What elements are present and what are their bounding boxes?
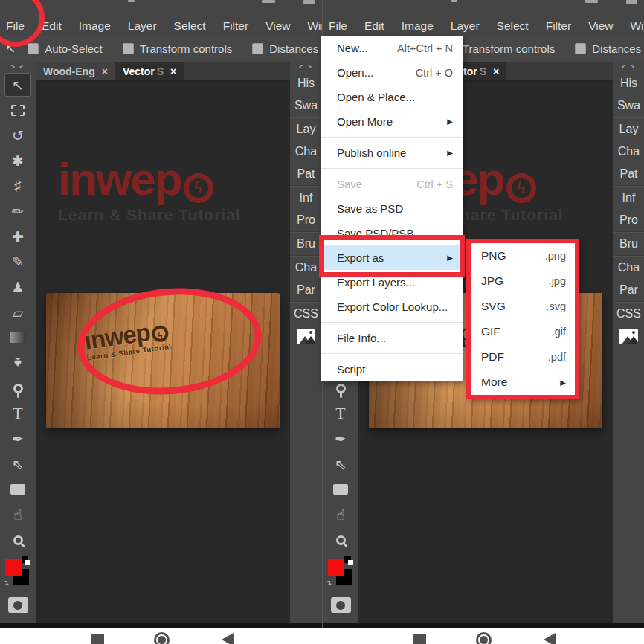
canvas[interactable]: inwepϟ Learn & Share Tutorial inwepϟ Lea… <box>36 82 290 623</box>
distances-checkbox[interactable] <box>252 43 263 54</box>
menu-file[interactable]: File <box>6 19 33 33</box>
panel-paragraph[interactable]: Par <box>297 279 315 301</box>
type-tool[interactable]: T <box>4 402 31 425</box>
healing-tool[interactable]: ✚ <box>4 225 31 248</box>
menu-layer[interactable]: Layer <box>451 19 489 33</box>
menu-edit[interactable]: Edit <box>42 19 71 33</box>
color-swatches[interactable]: ↴ <box>3 556 33 592</box>
home-button[interactable] <box>154 632 170 644</box>
panel-layers[interactable]: Lay <box>619 118 639 141</box>
gradient-tool[interactable] <box>4 326 31 350</box>
panel-swatches[interactable]: Swa <box>294 94 318 117</box>
panel-channels[interactable]: Cha <box>618 141 640 163</box>
submenu-item-svg[interactable]: SVG .svg <box>471 294 575 319</box>
submenu-item-more[interactable]: More ▶ <box>471 370 575 395</box>
close-icon[interactable]: × <box>493 65 499 77</box>
menu-item-open[interactable]: Open... Ctrl + O <box>321 60 463 85</box>
hand-tool[interactable]: ☝ <box>327 503 354 527</box>
distances-option[interactable]: Distances <box>575 42 641 55</box>
shape-tool[interactable] <box>4 477 31 501</box>
close-icon[interactable]: × <box>170 65 176 77</box>
eyedropper-tool[interactable]: ✏ <box>4 199 31 223</box>
image-thumbnail-icon[interactable] <box>619 329 638 344</box>
panel-layers[interactable]: Lay <box>297 118 316 141</box>
close-icon[interactable]: × <box>102 65 108 77</box>
panel-paths[interactable]: Pat <box>619 163 637 185</box>
menu-edit[interactable]: Edit <box>364 19 393 33</box>
default-colors-icon[interactable] <box>25 560 30 565</box>
blur-tool[interactable]: ♠ <box>4 351 31 375</box>
panel-brush[interactable]: Bru <box>619 233 638 255</box>
panel-history[interactable]: His <box>297 72 315 94</box>
menu-select[interactable]: Select <box>497 19 538 33</box>
panel-collapse-button[interactable]: < > <box>622 62 636 72</box>
path-select-tool[interactable]: ⇖ <box>327 452 354 476</box>
transform-controls-option[interactable]: Transform controls <box>123 42 232 55</box>
recents-button[interactable] <box>91 634 104 644</box>
panel-brush[interactable]: Bru <box>297 233 315 255</box>
panel-character[interactable]: Cha <box>295 257 317 279</box>
submenu-item-png[interactable]: PNG .png <box>471 243 575 268</box>
panel-swatches[interactable]: Swa <box>617 94 640 117</box>
back-button[interactable] <box>222 633 234 644</box>
panel-info[interactable]: Inf <box>622 187 636 209</box>
crop-tool[interactable]: ♯ <box>4 174 31 198</box>
tab-vector[interactable]: Vector S × <box>115 62 184 80</box>
zoom-tool[interactable] <box>4 528 31 552</box>
lasso-tool[interactable]: ↺ <box>4 123 31 147</box>
eraser-tool[interactable]: ▱ <box>4 300 31 324</box>
clone-stamp-tool[interactable]: ♟ <box>4 275 31 299</box>
menu-item-open-more[interactable]: Open More ▶ <box>321 109 463 134</box>
panel-info[interactable]: Inf <box>300 187 313 209</box>
type-tool[interactable]: T <box>327 402 354 425</box>
menu-view[interactable]: View <box>588 19 622 33</box>
menu-file[interactable]: File <box>329 19 356 33</box>
auto-select-checkbox[interactable] <box>28 43 39 54</box>
panel-paragraph[interactable]: Par <box>619 279 638 301</box>
image-thumbnail-icon[interactable] <box>297 329 315 344</box>
submenu-item-pdf[interactable]: PDF .pdf <box>471 344 575 370</box>
menu-item-script[interactable]: Script <box>321 357 463 381</box>
panel-collapse-button[interactable]: < > <box>299 62 313 72</box>
foreground-color-swatch[interactable] <box>328 559 344 576</box>
foreground-color-swatch[interactable] <box>5 559 22 576</box>
brush-tool[interactable]: ✎ <box>4 250 31 274</box>
menu-image[interactable]: Image <box>79 19 120 33</box>
toolbar-collapse-button[interactable]: > < <box>10 63 25 71</box>
panel-css[interactable]: CSS <box>616 303 641 325</box>
hand-tool[interactable]: ☝ <box>4 503 31 527</box>
menu-item-export-layers[interactable]: Export Layers... <box>321 270 463 294</box>
panel-history[interactable]: His <box>620 72 637 94</box>
panel-paths[interactable]: Pat <box>297 163 315 185</box>
quick-select-tool[interactable]: ✱ <box>4 149 31 173</box>
dodge-tool[interactable] <box>4 376 31 400</box>
quick-mask-button[interactable] <box>8 597 28 613</box>
menu-select[interactable]: Select <box>174 19 215 33</box>
menu-item-publish-online[interactable]: Publish online ▶ <box>321 141 463 165</box>
menu-window[interactable]: Windo <box>307 19 322 33</box>
menu-image[interactable]: Image <box>402 19 442 33</box>
menu-item-export-color-lookup[interactable]: Export Color Lookup... <box>321 294 463 319</box>
color-swatches[interactable]: ↴ <box>326 556 355 592</box>
move-tool[interactable]: ↖ <box>4 73 31 97</box>
shape-tool[interactable] <box>327 477 354 501</box>
marquee-tool[interactable] <box>4 98 31 122</box>
path-select-tool[interactable]: ⇖ <box>4 452 31 476</box>
panel-channels[interactable]: Cha <box>295 141 317 163</box>
distances-option[interactable]: Distances <box>252 42 318 55</box>
panel-character[interactable]: Cha <box>618 257 640 279</box>
menu-filter[interactable]: Filter <box>546 19 580 33</box>
menu-item-export-as[interactable]: Export as ▶ <box>321 245 463 270</box>
quick-mask-button[interactable] <box>331 597 351 613</box>
menu-item-open-place[interactable]: Open & Place... <box>321 85 463 109</box>
pen-tool[interactable]: ✒ <box>327 427 354 451</box>
menu-view[interactable]: View <box>265 19 299 33</box>
default-colors-icon[interactable] <box>348 560 353 565</box>
menu-window[interactable]: Windo <box>630 19 644 33</box>
distances-checkbox[interactable] <box>575 43 586 54</box>
submenu-item-jpg[interactable]: JPG .jpg <box>471 268 575 294</box>
panel-properties[interactable]: Pro <box>297 209 315 231</box>
swap-colors-icon[interactable]: ↴ <box>326 579 332 587</box>
submenu-item-gif[interactable]: GIF .gif <box>471 319 575 344</box>
menu-item-new[interactable]: New... Alt+Ctrl + N <box>321 36 463 60</box>
